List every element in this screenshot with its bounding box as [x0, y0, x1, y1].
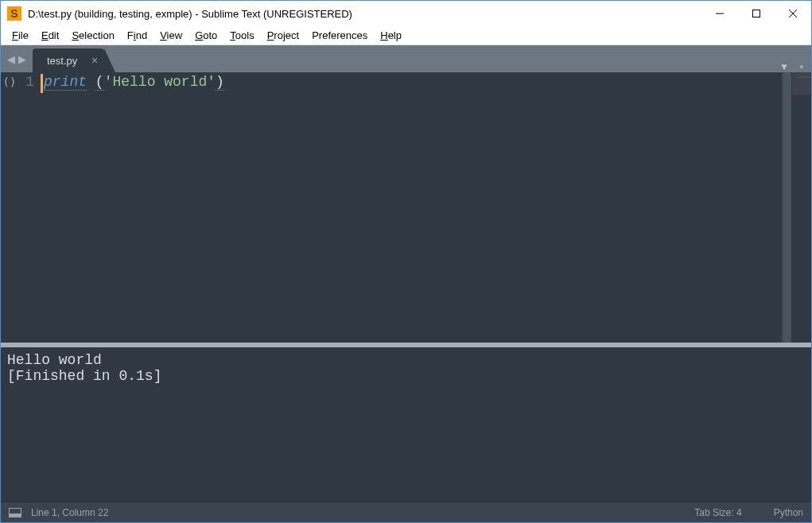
- app-icon: S: [7, 6, 21, 21]
- status-bar: Line 1, Column 22 Tab Size: 4 Python: [1, 502, 811, 522]
- minimize-button[interactable]: [701, 1, 738, 26]
- menu-goto[interactable]: Goto: [188, 28, 223, 43]
- menu-project[interactable]: Project: [261, 28, 305, 43]
- window-title: D:\test.py (building, testing, exmple) -…: [28, 8, 701, 20]
- status-right: Tab Size: 4 Python: [694, 507, 803, 518]
- scrollbar-thumb[interactable]: [783, 72, 791, 343]
- svg-rect-1: [753, 10, 760, 17]
- menu-file[interactable]: File: [6, 28, 35, 43]
- fold-column: (): [1, 72, 18, 343]
- tab-strip-right: ▼: [779, 61, 811, 72]
- status-cursor-position[interactable]: Line 1, Column 22: [31, 507, 108, 518]
- status-syntax[interactable]: Python: [774, 507, 803, 518]
- maximize-button[interactable]: [738, 1, 775, 26]
- editor-scrollbar[interactable]: [781, 72, 792, 343]
- caret-icon: [41, 74, 43, 93]
- title-bar: S D:\test.py (building, testing, exmple)…: [1, 1, 811, 26]
- status-tab-size[interactable]: Tab Size: 4: [694, 507, 741, 518]
- menu-tools[interactable]: Tools: [223, 28, 260, 43]
- editor-pane: () 1 print ('Hello world') ▬▬▬: [1, 72, 811, 343]
- window-controls: [701, 1, 811, 26]
- menu-help[interactable]: Help: [374, 28, 408, 43]
- minimap[interactable]: ▬▬▬: [792, 72, 811, 343]
- line-number: 1: [18, 74, 34, 90]
- token-paren-close: ): [216, 74, 224, 91]
- minimap-content: ▬▬▬: [799, 74, 810, 79]
- tab-prev-icon[interactable]: ◀: [7, 53, 15, 65]
- build-output-panel[interactable]: Hello world [Finished in 0.1s]: [1, 347, 811, 502]
- close-button[interactable]: [775, 1, 811, 26]
- menu-edit[interactable]: Edit: [35, 28, 65, 43]
- fold-marker[interactable]: (): [3, 76, 17, 88]
- tab-label: test.py: [47, 55, 77, 67]
- token-function: print: [44, 74, 87, 91]
- code-area[interactable]: print ('Hello world'): [41, 72, 781, 343]
- workspace: () 1 print ('Hello world') ▬▬▬ Hello wor…: [1, 72, 811, 502]
- output-line-2: [Finished in 0.1s]: [7, 368, 161, 384]
- status-left: Line 1, Column 22: [9, 507, 108, 518]
- menu-view[interactable]: View: [153, 28, 188, 43]
- tab-next-icon[interactable]: ▶: [18, 53, 26, 65]
- menu-preferences[interactable]: Preferences: [305, 28, 374, 43]
- token-paren-open: (: [95, 74, 104, 91]
- tab-strip: ◀ ▶ test.py × ▼: [1, 45, 811, 72]
- menu-find[interactable]: Find: [121, 28, 153, 43]
- tab-nav-arrows: ◀ ▶: [1, 45, 33, 72]
- menu-selection[interactable]: Selection: [65, 28, 120, 43]
- output-line-1: Hello world: [7, 352, 102, 368]
- token-string: 'Hello world': [104, 74, 216, 90]
- tab-overflow-icon[interactable]: [800, 65, 803, 68]
- tab-close-icon[interactable]: ×: [91, 55, 98, 66]
- line-gutter: 1: [18, 72, 41, 343]
- menu-bar: File Edit Selection Find View Goto Tools…: [1, 26, 811, 45]
- token-space: [87, 74, 95, 90]
- tab-dropdown-icon[interactable]: ▼: [779, 61, 789, 72]
- tab-active[interactable]: test.py ×: [33, 48, 104, 72]
- panel-toggle-icon[interactable]: [9, 508, 21, 517]
